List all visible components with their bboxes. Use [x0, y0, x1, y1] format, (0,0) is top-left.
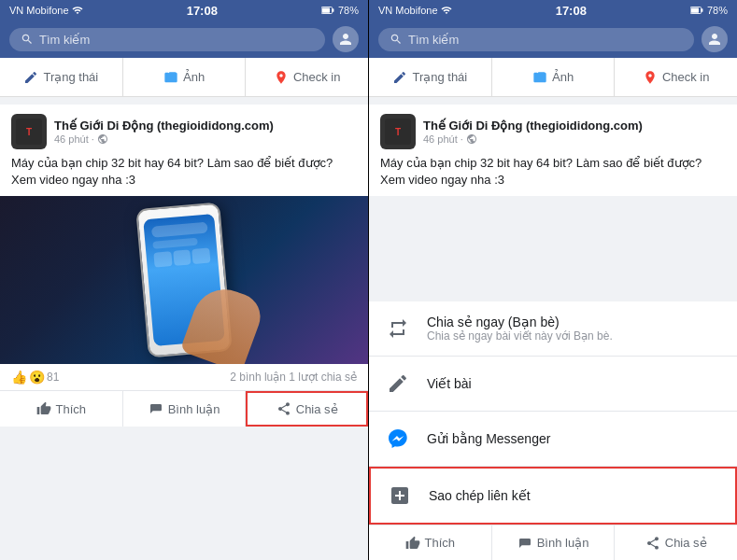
left-comment-button[interactable]: Bình luận [123, 391, 247, 427]
left-action-checkin[interactable]: Check in [246, 58, 368, 96]
left-panel: VN Mobifone 17:08 78% Tìm kiếm Trạng thá… [0, 0, 368, 560]
right-like-label: Thích [425, 536, 456, 550]
left-like-button[interactable]: Thích [0, 391, 123, 427]
left-post-author: Thế Giới Di Động (thegioididong.com) [54, 119, 357, 133]
share-now-item[interactable]: Chia sẻ ngay (Bạn bè) Chia sẻ ngay bài v… [369, 301, 737, 357]
right-globe-icon [466, 133, 477, 145]
left-action-checkin-label: Check in [293, 70, 341, 84]
right-avatar[interactable] [702, 26, 728, 52]
svg-rect-6 [702, 8, 703, 12]
left-status-bar: VN Mobifone 17:08 78% [0, 0, 368, 21]
right-post-author: Thế Giới Di Động (thegioididong.com) [423, 119, 726, 133]
right-search-container[interactable]: Tìm kiếm [378, 28, 694, 51]
left-comment-label: Bình luận [168, 402, 220, 416]
right-comment-button[interactable]: Bình luận [492, 525, 616, 560]
copy-link-icon [386, 482, 414, 510]
right-share-label: Chia sẻ [665, 536, 707, 550]
comment-icon [149, 401, 163, 416]
svg-text:T: T [26, 127, 33, 137]
right-wifi-icon [441, 5, 452, 16]
left-reactions: 👍 😮 81 [11, 370, 59, 385]
left-action-bar: Trạng thái Ảnh Check in [0, 58, 368, 97]
write-post-item[interactable]: Viết bài [369, 357, 737, 412]
right-search-icon [390, 33, 403, 46]
write-post-icon [384, 370, 412, 398]
right-action-checkin[interactable]: Check in [615, 58, 737, 96]
right-post-content: Máy của bạn chip 32 bit hay 64 bit? Làm … [369, 155, 737, 196]
left-post-meta: Thế Giới Di Động (thegioididong.com) 46 … [54, 119, 357, 145]
left-time: 17:08 [187, 4, 218, 18]
copy-link-content: Sao chép liên kết [429, 488, 720, 503]
location-icon [274, 70, 289, 85]
left-status-right: 78% [321, 5, 359, 16]
right-panel: VN Mobifone 17:08 78% Tìm kiếm Trạng thá… [369, 0, 737, 560]
svg-rect-7 [691, 7, 699, 12]
right-time: 17:08 [556, 4, 587, 18]
right-search-bar: Tìm kiếm [369, 21, 737, 58]
left-action-photo[interactable]: Ảnh [123, 58, 247, 96]
right-post-time: 46 phút · [423, 133, 726, 145]
left-comment-count: 2 bình luận [230, 371, 286, 384]
right-action-photo-label: Ảnh [552, 70, 574, 84]
left-status-left: VN Mobifone [9, 5, 83, 16]
left-search-bar: Tìm kiếm [0, 21, 368, 58]
left-post-avatar: T [11, 114, 47, 149]
left-avatar-icon [337, 31, 354, 48]
thumbs-up-icon [36, 401, 51, 416]
right-search-placeholder: Tìm kiếm [408, 33, 459, 47]
right-status-bar: VN Mobifone 17:08 78% [369, 0, 737, 21]
right-edit-icon [392, 70, 407, 85]
right-post-meta: Thế Giới Di Động (thegioididong.com) 46 … [423, 119, 726, 145]
messenger-item[interactable]: Gửi bằng Messenger [369, 412, 737, 467]
left-post-content: Máy của bạn chip 32 bit hay 64 bit? Làm … [0, 155, 368, 196]
right-action-status-label: Trạng thái [412, 70, 467, 84]
share-now-title: Chia sẻ ngay (Bạn bè) [427, 315, 722, 329]
left-post-time: 46 phút · [54, 133, 357, 145]
messenger-icon [384, 425, 412, 453]
left-action-status[interactable]: Trạng thái [0, 58, 123, 96]
right-location-icon [643, 70, 658, 85]
camera-icon [163, 70, 178, 85]
left-carrier: VN Mobifone [9, 5, 69, 16]
globe-icon [97, 133, 108, 145]
right-share-icon [645, 536, 660, 551]
right-action-status[interactable]: Trạng thái [369, 58, 492, 96]
left-battery: 78% [338, 5, 359, 16]
right-comment-icon [517, 536, 532, 551]
messenger-content: Gửi bằng Messenger [427, 431, 722, 446]
right-battery: 78% [707, 5, 728, 16]
left-post-avatar-icon: T [16, 119, 42, 145]
left-search-placeholder: Tìm kiếm [39, 33, 90, 47]
right-action-photo[interactable]: Ảnh [492, 58, 616, 96]
copy-link-item[interactable]: Sao chép liên kết [369, 467, 737, 525]
share-icon [276, 401, 291, 416]
right-share-button[interactable]: Chia sẻ [615, 525, 737, 560]
left-search-container[interactable]: Tìm kiếm [9, 28, 325, 51]
right-status-right: 78% [690, 5, 728, 16]
wifi-icon [72, 5, 83, 16]
left-reaction-count: 81 [47, 371, 59, 384]
left-like-label: Thích [56, 402, 87, 416]
left-share-label: Chia sẻ [296, 402, 338, 416]
right-thumbs-up-icon [405, 536, 420, 551]
left-post-stats: 👍 😮 81 2 bình luận 1 lượt chia sẻ [0, 364, 368, 391]
right-post-header: T Thế Giới Di Động (thegioididong.com) 4… [369, 105, 737, 155]
right-like-button[interactable]: Thích [369, 525, 492, 560]
left-action-photo-label: Ảnh [183, 70, 205, 84]
svg-text:T: T [395, 127, 402, 137]
left-share-button[interactable]: Chia sẻ [246, 391, 368, 427]
right-action-checkin-label: Check in [662, 70, 710, 84]
svg-rect-1 [333, 8, 334, 12]
right-avatar-icon [706, 31, 723, 48]
left-post-card: T Thế Giới Di Động (thegioididong.com) 4… [0, 105, 368, 427]
left-post-header: T Thế Giới Di Động (thegioididong.com) 4… [0, 105, 368, 155]
right-camera-icon [532, 70, 547, 85]
copy-link-title: Sao chép liên kết [429, 488, 720, 503]
right-post-actions: Thích Bình luận Chia sẻ [369, 525, 737, 560]
left-action-status-label: Trạng thái [43, 70, 98, 84]
retweet-icon [387, 317, 409, 340]
left-avatar[interactable] [333, 26, 359, 52]
share-now-subtitle: Chia sẻ ngay bài viết này với Bạn bè. [427, 329, 722, 343]
messenger-title: Gửi bằng Messenger [427, 431, 722, 446]
pencil-icon [387, 372, 409, 395]
